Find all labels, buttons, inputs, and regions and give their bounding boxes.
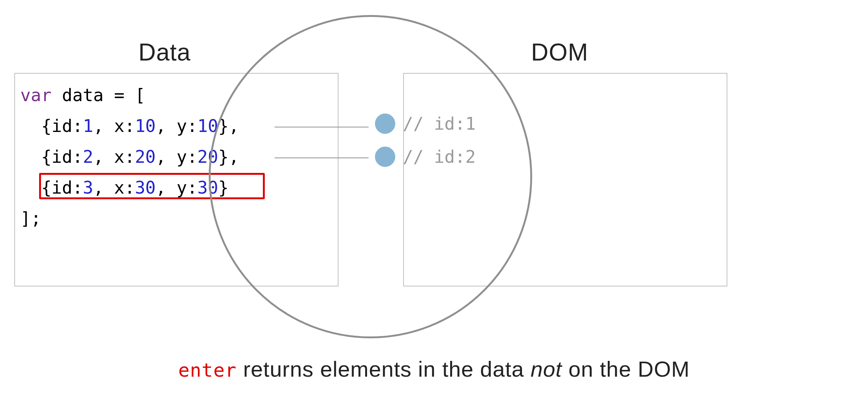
- code-row1-e: , y:: [156, 116, 197, 136]
- diagram-root: Data DOM var data = [ {id:1, x:10, y:10}…: [0, 0, 868, 412]
- code-row1-id: 1: [83, 116, 93, 136]
- heading-dom: DOM: [531, 38, 588, 66]
- code-row2-a: {id:: [20, 147, 83, 167]
- code-row2-e: , y:: [156, 147, 197, 167]
- caption: enter returns elements in the data not o…: [0, 356, 868, 382]
- code-keyword-var: var: [20, 85, 52, 105]
- venn-circle: [209, 15, 532, 338]
- code-decl: data = [: [52, 85, 145, 105]
- caption-part2: on the DOM: [562, 357, 690, 381]
- code-row1-a: {id:: [20, 116, 83, 136]
- heading-data: Data: [138, 38, 191, 66]
- code-row2-id: 2: [83, 147, 93, 167]
- code-row2-x: 20: [135, 147, 156, 167]
- caption-part1: returns elements in the data: [237, 357, 530, 381]
- code-row2-c: , x:: [93, 147, 135, 167]
- caption-not: not: [531, 357, 562, 381]
- caption-enter: enter: [178, 359, 237, 381]
- code-row1-c: , x:: [93, 116, 135, 136]
- code-row1-x: 10: [135, 116, 156, 136]
- code-block: var data = [ {id:1, x:10, y:10}, {id:2, …: [20, 80, 239, 234]
- code-close: ];: [20, 208, 41, 229]
